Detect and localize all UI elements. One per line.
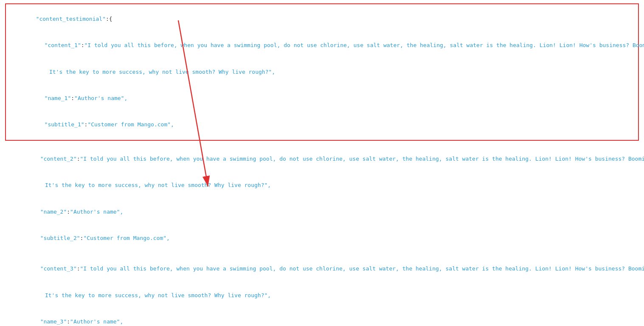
code-content2-line: "content_2":"I told you all this before,… xyxy=(5,146,639,172)
code-content3-line2: It's the key to more success, why not li… xyxy=(5,282,639,309)
code-subtitle1-line: "subtitle_1":"Customer from Mango.com", xyxy=(9,112,635,138)
code-key: "content_3" xyxy=(40,265,77,272)
code-value: "I told you all this before, when you ha… xyxy=(80,156,644,162)
code-editor-section: "content_testimonial":{ "content_1":"I t… xyxy=(0,0,644,326)
code-value: It's the key to more success, why not li… xyxy=(36,69,276,75)
code-name3-line: "name_3":"Author's name", xyxy=(5,309,639,326)
code-content1-line2: It's the key to more success, why not li… xyxy=(9,59,635,85)
code-value: It's the key to more success, why not li… xyxy=(32,292,271,298)
code-key: "name_2" xyxy=(40,209,67,215)
code-block-1: "content_testimonial":{ "content_1":"I t… xyxy=(5,3,639,141)
code-value: "Author's name", xyxy=(74,95,127,101)
code-block-2: "content_2":"I told you all this before,… xyxy=(5,146,639,252)
code-value: "Customer from Mango.com", xyxy=(87,121,174,128)
code-value: It's the key to more success, why not li… xyxy=(32,182,271,188)
code-section: "content_testimonial":{ "content_1":"I t… xyxy=(0,0,644,326)
code-content1-line: "content_1":"I told you all this before,… xyxy=(9,32,635,59)
code-value: "Author's name", xyxy=(70,209,123,215)
code-value: "Author's name", xyxy=(70,318,123,325)
code-value: "I told you all this before, when you ha… xyxy=(80,265,644,272)
code-content2-line2: It's the key to more success, why not li… xyxy=(5,172,639,198)
code-subtitle2-line: "subtitle_2":"Customer from Mango.com", xyxy=(5,225,639,251)
code-value: "Customer from Mango.com", xyxy=(83,235,170,241)
code-content3-line: "content_3":"I told you all this before,… xyxy=(5,256,639,282)
code-opening-line: "content_testimonial":{ xyxy=(9,6,635,32)
code-key: "subtitle_1" xyxy=(45,121,84,128)
code-block-3: "content_3":"I told you all this before,… xyxy=(5,256,639,326)
code-name2-line: "name_2":"Author's name", xyxy=(5,199,639,225)
code-key: "name_1" xyxy=(45,95,71,101)
code-value: "I told you all this before, when you ha… xyxy=(84,42,644,48)
code-key: "subtitle_2" xyxy=(40,235,80,241)
code-key: "content_testimonial" xyxy=(36,16,106,22)
code-key: "content_1" xyxy=(45,42,81,48)
code-key: "content_2" xyxy=(40,156,77,162)
code-key: "name_3" xyxy=(40,318,67,325)
code-name1-line: "name_1":"Author's name", xyxy=(9,85,635,111)
